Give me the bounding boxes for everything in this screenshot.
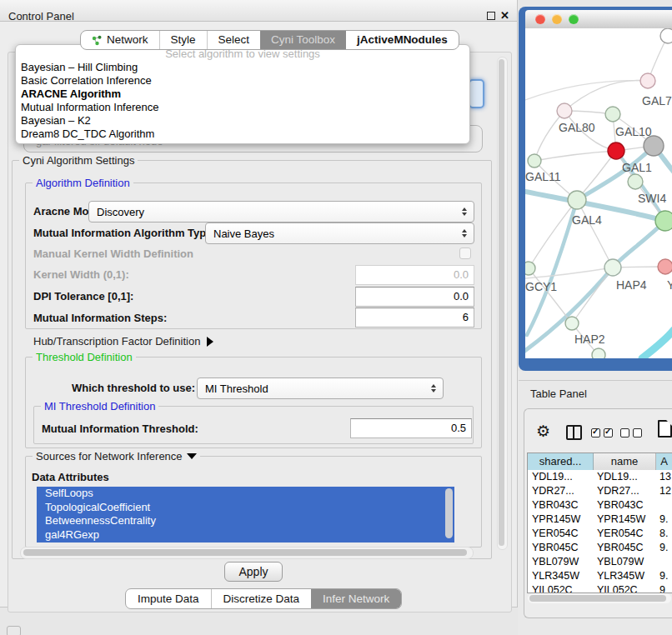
tab-cyni-toolbox[interactable]: Cyni Toolbox — [260, 31, 346, 49]
deselect-all-columns-icon[interactable] — [620, 428, 642, 438]
table-row[interactable]: YBR043CYBR043C — [528, 498, 672, 512]
table-row[interactable]: YIL052CYIL052C9 — [528, 583, 672, 593]
network-node[interactable] — [604, 259, 621, 276]
table-row[interactable]: YDR27...YDR27...12 — [528, 484, 672, 498]
network-edge[interactable] — [572, 268, 613, 323]
which-threshold-select[interactable]: MI Threshold — [197, 378, 444, 399]
algorithm-option[interactable]: Mutual Information Inference — [16, 101, 469, 114]
list-scrollbar-thumb[interactable] — [445, 488, 453, 538]
data-attributes-label: Data Attributes — [32, 471, 109, 483]
tab-jactivemnodules[interactable]: jActiveMNodules — [346, 31, 459, 49]
network-edge[interactable] — [564, 80, 648, 111]
float-window-icon[interactable] — [487, 12, 495, 20]
network-edge[interactable] — [642, 330, 672, 358]
collapsed-panel-icon[interactable] — [7, 626, 21, 635]
network-edge[interactable] — [534, 151, 616, 161]
aracne-mode-select[interactable]: Discovery — [88, 201, 474, 222]
network-edge[interactable] — [534, 111, 564, 161]
minimize-traffic-light-icon[interactable] — [552, 14, 562, 24]
mi-algorithm-type-select[interactable]: Naive Bayes — [205, 222, 474, 244]
data-attribute-item[interactable]: gal4RGexp — [37, 528, 454, 542]
network-edge[interactable] — [529, 200, 577, 268]
focused-combo-fragment[interactable] — [469, 79, 484, 108]
hub-definition-toggle[interactable]: Hub/Transcription Factor Definition — [33, 335, 213, 348]
network-node[interactable] — [568, 191, 586, 209]
network-edge[interactable] — [525, 268, 613, 278]
tab-network[interactable]: Network — [81, 31, 159, 49]
table-row[interactable]: YLR345WYLR345W9. — [528, 569, 672, 583]
mi-steps-field[interactable]: 6 — [355, 308, 474, 328]
table-cell: YIL052C — [593, 583, 655, 593]
network-node[interactable] — [528, 154, 541, 168]
algorithm-option[interactable]: Bayesian – K2 — [16, 114, 469, 128]
data-attribute-item[interactable]: BetweennessCentrality — [37, 514, 454, 528]
node-attribute-table[interactable]: shared... name A YDL19...YDL19...13YDR27… — [527, 452, 672, 593]
network-node[interactable] — [660, 28, 672, 43]
table-row[interactable]: YER054CYER054C8. — [528, 527, 672, 541]
kernel-width-label: Kernel Width (0,1): — [33, 268, 129, 281]
table-row[interactable]: YPR145WYPR145W9. — [528, 512, 672, 527]
network-node[interactable] — [655, 211, 672, 231]
scrollbar-thumb[interactable] — [529, 595, 666, 602]
algorithm-option[interactable]: Dream8 DC_TDC Algorithm — [16, 128, 469, 141]
panel-vertical-scrollbar[interactable] — [497, 57, 508, 550]
gear-icon[interactable]: ⚙ — [536, 422, 550, 441]
algorithm-option[interactable]: Basic Correlation Inference — [16, 74, 469, 88]
split-columns-icon[interactable] — [566, 425, 582, 440]
close-traffic-light-icon[interactable] — [535, 14, 545, 24]
table-cell: YDL19... — [528, 470, 593, 484]
settings-horizontal-scrollbar[interactable] — [20, 547, 474, 559]
network-node[interactable] — [644, 136, 664, 156]
tab-discretize-data[interactable]: Discretize Data — [211, 589, 312, 608]
select-all-columns-icon[interactable] — [591, 428, 613, 438]
column-header-partial[interactable]: A — [656, 453, 672, 470]
tab-infer-network[interactable]: Infer Network — [311, 589, 401, 608]
mi-algorithm-type-label: Mutual Information Algorithm Type: — [33, 227, 216, 239]
control-panel-titlebar — [0, 0, 517, 22]
data-attribute-item[interactable]: SelfLoops — [37, 487, 454, 501]
network-node[interactable] — [557, 103, 572, 118]
tab-select[interactable]: Select — [207, 31, 261, 49]
tab-style[interactable]: Style — [159, 31, 207, 49]
scrollbar-thumb[interactable] — [23, 549, 467, 556]
zoom-traffic-light-icon[interactable] — [569, 14, 579, 24]
network-view-canvas[interactable]: GAL7GAL80GAL10GAL1GAL11SWI4GAL4GCY1HAP4Y… — [525, 28, 672, 358]
network-node[interactable] — [592, 348, 605, 358]
document-icon[interactable] — [658, 420, 672, 438]
dpi-tolerance-field[interactable]: 0.0 — [355, 287, 474, 307]
data-attribute-item[interactable]: TopologicalCoefficient — [37, 501, 454, 515]
column-header-shared[interactable]: shared... — [528, 453, 594, 470]
network-node-label: HAP4 — [616, 278, 647, 292]
sources-title[interactable]: Sources for Network Inference — [33, 450, 200, 462]
network-node-label: GAL7 — [642, 94, 672, 108]
algorithm-option[interactable]: ARACNE Algorithm — [16, 88, 469, 101]
mi-threshold-field[interactable]: 0.5 — [350, 418, 472, 438]
network-node[interactable] — [628, 174, 643, 189]
network-node[interactable] — [605, 107, 620, 122]
network-node[interactable] — [565, 317, 579, 330]
close-icon[interactable]: ✕ — [500, 9, 509, 22]
network-node[interactable] — [658, 259, 672, 274]
table-cell: YLR345W — [593, 569, 655, 583]
column-header-name[interactable]: name — [594, 453, 656, 470]
network-edge[interactable] — [525, 81, 648, 100]
apply-button[interactable]: Apply — [224, 562, 283, 582]
table-horizontal-scrollbar[interactable] — [528, 593, 671, 603]
network-node[interactable] — [608, 142, 624, 159]
data-attributes-list[interactable]: SelfLoopsTopologicalCoefficientBetweenne… — [37, 487, 454, 542]
tab-impute-data[interactable]: Impute Data — [126, 589, 211, 608]
table-row[interactable]: YBL079WYBL079W — [528, 555, 672, 569]
scrollbar-thumb[interactable] — [499, 59, 504, 546]
table-row[interactable]: YBR045CYBR045C9. — [528, 541, 672, 555]
table-cell: YDR27... — [593, 484, 655, 498]
table-cell — [655, 498, 672, 512]
kernel-width-field[interactable]: 0.0 — [355, 265, 474, 285]
network-canvas-svg: GAL7GAL80GAL10GAL1GAL11SWI4GAL4GCY1HAP4Y… — [525, 28, 672, 358]
network-window-titlebar[interactable] — [525, 10, 672, 29]
network-node[interactable] — [525, 262, 535, 275]
bottom-tabbar: Impute Data Discretize Data Infer Networ… — [125, 588, 402, 609]
table-row[interactable]: YDL19...YDL19...13 — [528, 470, 672, 484]
network-node[interactable] — [640, 73, 655, 88]
manual-kernel-width-checkbox[interactable] — [459, 248, 471, 259]
algorithm-option[interactable]: Bayesian – Hill Climbing — [16, 61, 469, 74]
